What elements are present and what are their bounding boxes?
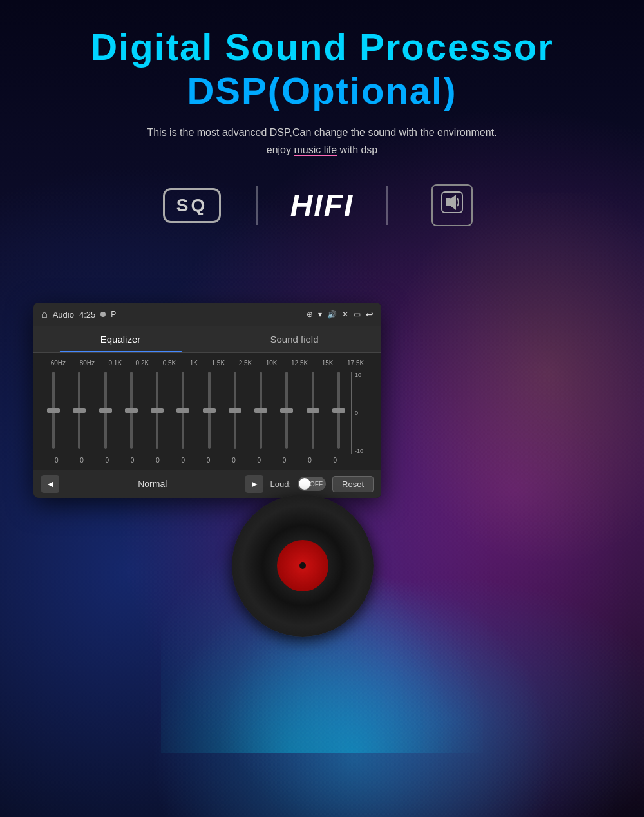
subtitle: This is the most advanced DSP,Can change… <box>0 124 644 159</box>
freq-125k: 12.5K <box>291 360 308 367</box>
status-dot <box>100 312 106 317</box>
eq-slider-4[interactable] <box>145 369 169 452</box>
vinyl-center <box>299 562 306 569</box>
slider-thumb-10[interactable] <box>307 408 319 413</box>
eq-sliders-group <box>41 369 351 452</box>
eq-slider-1[interactable] <box>67 369 91 452</box>
back-icon[interactable]: ↩ <box>366 309 374 320</box>
subtitle-post: with dsp <box>337 144 377 155</box>
slider-thumb-2[interactable] <box>99 408 112 413</box>
hifi-icon-item: HIFI <box>258 187 386 223</box>
svg-rect-1 <box>446 198 451 206</box>
slider-track-7 <box>234 372 236 449</box>
val-10: 0 <box>308 457 312 464</box>
slider-thumb-5[interactable] <box>176 408 189 413</box>
toggle-state: OFF <box>310 481 323 488</box>
freq-175k: 17.5K <box>347 360 364 367</box>
freq-15k: 1.5K <box>212 360 225 367</box>
eq-slider-6[interactable] <box>197 369 222 452</box>
loud-toggle[interactable]: OFF <box>298 477 326 491</box>
sq-icon-item: SQ <box>128 188 256 223</box>
slider-track-10 <box>312 372 314 449</box>
slider-track-2 <box>104 372 107 449</box>
val-7: 0 <box>232 457 236 464</box>
slider-track-8 <box>260 372 262 449</box>
val-3: 0 <box>131 457 135 464</box>
status-time: 4:25 <box>79 310 95 320</box>
eq-slider-8[interactable] <box>249 369 273 452</box>
slider-track-5 <box>182 372 184 449</box>
val-1: 0 <box>80 457 84 464</box>
equalizer-section: 60Hz 80Hz 0.1K 0.2K 0.5K 1K 1.5K 2.5K 10… <box>33 353 381 470</box>
eq-slider-2[interactable] <box>93 369 118 452</box>
title-line2: DSP(Optional) <box>0 69 644 112</box>
freq-labels: 60Hz 80Hz 0.1K 0.2K 0.5K 1K 1.5K 2.5K 10… <box>41 360 374 367</box>
tab-equalizer[interactable]: Equalizer <box>33 326 207 352</box>
scale-top: 10 <box>355 372 361 378</box>
hifi-text: HIFI <box>290 187 354 223</box>
toggle-knob <box>299 478 310 490</box>
freq-10k: 10K <box>266 360 278 367</box>
tab-bar: Equalizer Sound field <box>33 326 381 353</box>
subtitle-line1: This is the most advanced DSP,Can change… <box>147 127 497 138</box>
slider-thumb-4[interactable] <box>151 408 164 413</box>
slider-thumb-7[interactable] <box>229 408 242 413</box>
val-9: 0 <box>283 457 287 464</box>
main-content: Digital Sound Processor DSP(Optional) Th… <box>0 0 644 817</box>
title-line1: Digital Sound Processor <box>0 26 644 69</box>
window-icon: ▭ <box>354 310 361 319</box>
loud-label: Loud: <box>270 479 291 489</box>
sq-box: SQ <box>163 188 221 223</box>
slider-track-1 <box>78 372 80 449</box>
vinyl-record <box>232 495 374 637</box>
slider-thumb-0[interactable] <box>47 408 60 413</box>
slider-track-0 <box>52 372 55 449</box>
slider-thumb-8[interactable] <box>254 408 267 413</box>
eq-values: 0 0 0 0 0 0 0 0 0 0 0 0 <box>41 457 374 464</box>
location-icon: ⊕ <box>307 310 313 319</box>
val-8: 0 <box>258 457 261 464</box>
signal-icon: ▾ <box>318 310 322 319</box>
hero-section: Digital Sound Processor DSP(Optional) Th… <box>0 0 644 159</box>
freq-15kk: 15K <box>322 360 334 367</box>
vinyl-outer <box>232 495 374 637</box>
eq-scale: 10 0 -10 <box>351 372 374 454</box>
slider-thumb-11[interactable] <box>332 408 345 413</box>
eq-slider-5[interactable] <box>171 369 195 452</box>
slider-thumb-1[interactable] <box>73 408 86 413</box>
next-preset-button[interactable]: ► <box>245 475 263 493</box>
slider-track-11 <box>337 372 340 449</box>
tab-sound-field[interactable]: Sound field <box>207 326 381 352</box>
slider-track-3 <box>130 372 133 449</box>
speaker-icon <box>431 184 473 226</box>
prev-preset-button[interactable]: ◄ <box>41 475 59 493</box>
icons-row: SQ HIFI <box>0 184 644 226</box>
p-icon: P <box>111 310 116 319</box>
slider-track-9 <box>285 372 288 449</box>
freq-1k: 1K <box>190 360 198 367</box>
speaker-icon-item <box>388 184 516 226</box>
eq-slider-7[interactable] <box>223 369 247 452</box>
val-2: 0 <box>106 457 109 464</box>
eq-slider-0[interactable] <box>41 369 66 452</box>
subtitle-highlight: music life <box>294 144 337 155</box>
volume-icon: 🔊 <box>327 310 337 319</box>
val-6: 0 <box>207 457 211 464</box>
eq-slider-3[interactable] <box>119 369 144 452</box>
vinyl-label <box>277 540 328 591</box>
eq-bars: 10 0 -10 <box>41 369 374 454</box>
eq-slider-11[interactable] <box>327 369 351 452</box>
subtitle-pre: enjoy <box>267 144 294 155</box>
eq-slider-9[interactable] <box>274 369 299 452</box>
reset-button[interactable]: Reset <box>332 476 374 492</box>
close-icon: ✕ <box>342 310 348 319</box>
home-icon[interactable]: ⌂ <box>41 309 48 320</box>
slider-thumb-3[interactable] <box>125 408 138 413</box>
freq-60hz: 60Hz <box>51 360 66 367</box>
eq-slider-10[interactable] <box>301 369 325 452</box>
slider-thumb-9[interactable] <box>280 408 293 413</box>
slider-thumb-6[interactable] <box>203 408 216 413</box>
freq-25k: 2.5K <box>239 360 252 367</box>
eq-controls: ◄ Normal ► Loud: OFF Reset <box>33 470 381 498</box>
freq-80hz: 80Hz <box>80 360 95 367</box>
